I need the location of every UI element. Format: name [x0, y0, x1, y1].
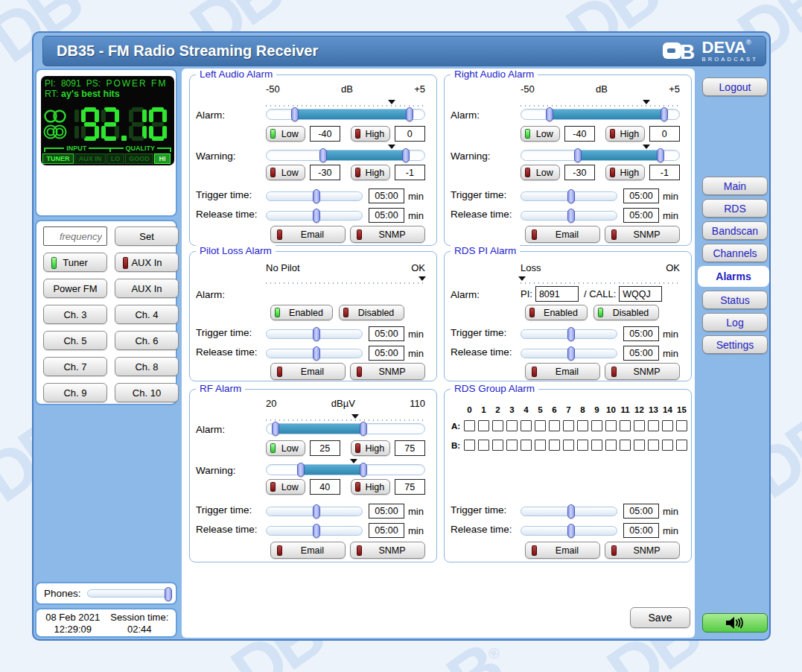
alarm-high-value[interactable]: 0 [649, 126, 680, 142]
snmp-button[interactable]: SNMP [605, 363, 680, 380]
release-time-slider[interactable] [521, 349, 617, 358]
group-checkbox-b1[interactable] [478, 440, 489, 451]
alarm-high-value[interactable]: 0 [395, 126, 425, 142]
tuner-button-aux-in[interactable]: AUX In [115, 279, 179, 298]
group-checkbox-a0[interactable] [464, 420, 475, 431]
trigger-time-value[interactable]: 05:00 [623, 504, 659, 519]
group-checkbox-b14[interactable] [662, 440, 673, 451]
warning-high-value[interactable]: -1 [395, 165, 425, 180]
group-checkbox-a11[interactable] [620, 420, 631, 431]
slider-handle[interactable] [567, 346, 575, 361]
group-checkbox-a8[interactable] [577, 420, 588, 431]
slider-high-handle[interactable] [657, 148, 664, 162]
snmp-button[interactable]: SNMP [605, 542, 680, 559]
email-button[interactable]: Email [270, 363, 346, 380]
slider-handle[interactable] [313, 524, 320, 538]
group-checkbox-b11[interactable] [620, 440, 631, 451]
warning-range-slider[interactable] [521, 150, 680, 161]
warning-low-value[interactable]: 40 [310, 479, 340, 495]
slider-high-handle[interactable] [360, 422, 367, 436]
slider-handle[interactable] [567, 209, 575, 223]
group-checkbox-a1[interactable] [478, 420, 489, 431]
call-input[interactable]: WQQJ [619, 286, 662, 302]
tuner-button-ch-9[interactable]: Ch. 9 [43, 383, 107, 402]
slider-handle[interactable] [567, 504, 575, 519]
slider-low-handle[interactable] [574, 148, 582, 162]
slider-handle[interactable] [567, 327, 575, 341]
alarm-high-button[interactable]: High [605, 126, 645, 142]
nav-item-rds[interactable]: RDS [702, 199, 768, 218]
trigger-time-slider[interactable] [521, 507, 617, 516]
group-checkbox-a6[interactable] [549, 420, 560, 431]
slider-handle[interactable] [567, 524, 575, 538]
group-checkbox-b13[interactable] [648, 440, 659, 451]
frequency-input[interactable] [43, 226, 107, 246]
tuner-button-ch-6[interactable]: Ch. 6 [115, 331, 179, 350]
alarm-low-button[interactable]: Low [521, 126, 560, 142]
warning-low-value[interactable]: -30 [564, 165, 595, 180]
tuner-button-power-fm[interactable]: Power FM [43, 279, 107, 298]
nav-item-settings[interactable]: Settings [702, 335, 768, 354]
slider-handle[interactable] [567, 189, 575, 203]
email-button[interactable]: Email [270, 226, 346, 243]
slider-handle[interactable] [313, 189, 320, 203]
release-time-value[interactable]: 05:00 [369, 523, 404, 538]
alarm-low-value[interactable]: 25 [310, 440, 340, 456]
warning-range-slider[interactable] [266, 150, 425, 161]
alarm-low-button[interactable]: Low [266, 440, 305, 456]
snmp-button[interactable]: SNMP [605, 226, 680, 243]
tuner-button-tuner[interactable]: Tuner [43, 253, 107, 272]
release-time-slider[interactable] [266, 211, 363, 221]
slider-handle[interactable] [313, 504, 320, 519]
trigger-time-slider[interactable] [521, 329, 617, 339]
group-checkbox-a12[interactable] [634, 420, 645, 431]
nav-item-bandscan[interactable]: Bandscan [702, 221, 768, 240]
slider-high-handle[interactable] [402, 148, 410, 162]
group-checkbox-b3[interactable] [506, 440, 518, 451]
warning-low-value[interactable]: -30 [310, 165, 340, 180]
email-button[interactable]: Email [525, 542, 600, 559]
snmp-button[interactable]: SNMP [350, 542, 425, 559]
warning-high-button[interactable]: High [605, 165, 645, 180]
group-checkbox-a3[interactable] [506, 420, 518, 431]
trigger-time-slider[interactable] [521, 191, 617, 201]
tuner-button-aux-in[interactable]: AUX In [115, 253, 179, 272]
slider-high-handle[interactable] [360, 463, 367, 477]
group-checkbox-b15[interactable] [676, 440, 687, 451]
alarm-range-slider[interactable] [521, 109, 680, 120]
slider-handle[interactable] [313, 209, 320, 223]
group-checkbox-a10[interactable] [605, 420, 617, 431]
release-time-value[interactable]: 05:00 [369, 208, 404, 223]
group-checkbox-b4[interactable] [521, 440, 532, 451]
tuner-button-ch-5[interactable]: Ch. 5 [43, 331, 107, 350]
slider-handle[interactable] [313, 327, 320, 341]
warning-low-button[interactable]: Low [266, 479, 305, 495]
warning-low-button[interactable]: Low [521, 165, 560, 180]
speaker-button[interactable] [702, 613, 768, 633]
group-checkbox-a15[interactable] [676, 420, 687, 431]
alarm-low-button[interactable]: Low [266, 126, 305, 142]
group-checkbox-b7[interactable] [563, 440, 574, 451]
trigger-time-value[interactable]: 05:00 [369, 326, 404, 341]
save-button[interactable]: Save [630, 607, 690, 628]
snmp-button[interactable]: SNMP [350, 226, 425, 243]
group-checkbox-b12[interactable] [634, 440, 645, 451]
phones-slider[interactable] [87, 589, 172, 597]
warning-high-button[interactable]: High [351, 479, 390, 495]
tuner-button-ch-4[interactable]: Ch. 4 [115, 305, 179, 324]
warning-high-value[interactable]: -1 [649, 165, 680, 180]
warning-low-button[interactable]: Low [266, 165, 305, 180]
trigger-time-value[interactable]: 05:00 [369, 188, 404, 203]
enabled-button[interactable]: Enabled [270, 305, 333, 320]
nav-item-alarms[interactable]: Alarms [698, 266, 769, 287]
tuner-button-ch-7[interactable]: Ch. 7 [43, 357, 107, 376]
warning-high-value[interactable]: 75 [395, 479, 425, 495]
release-time-value[interactable]: 05:00 [623, 523, 659, 538]
snmp-button[interactable]: SNMP [350, 363, 425, 380]
release-time-value[interactable]: 05:00 [369, 346, 404, 361]
trigger-time-slider[interactable] [266, 329, 363, 339]
slider-low-handle[interactable] [297, 463, 305, 477]
group-checkbox-a13[interactable] [648, 420, 659, 431]
group-checkbox-b8[interactable] [577, 440, 588, 451]
group-checkbox-b9[interactable] [591, 440, 602, 451]
